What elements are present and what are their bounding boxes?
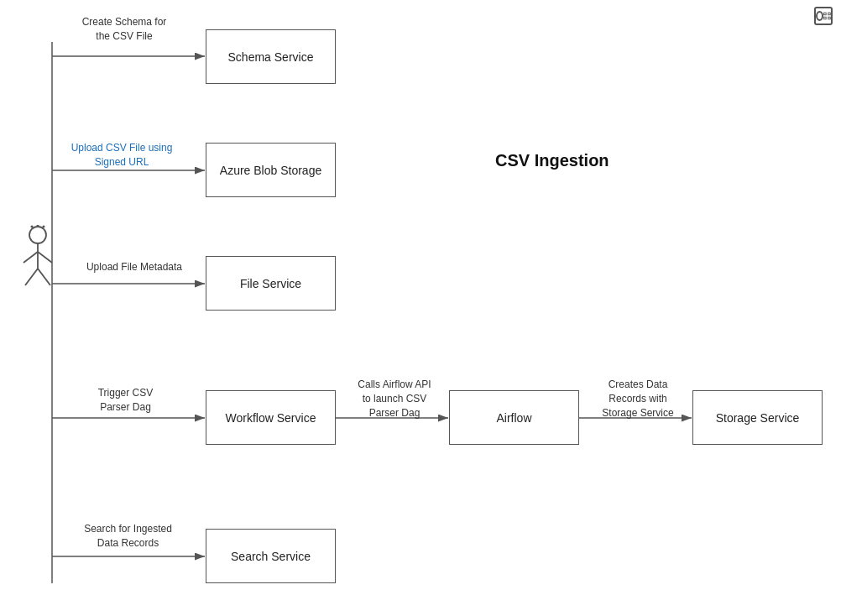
svg-rect-3 <box>828 17 831 19</box>
label-calls-airflow-text: Calls Airflow APIto launch CSVParser Dag <box>358 378 431 419</box>
label-trigger-dag-text: Trigger CSVParser Dag <box>98 387 154 413</box>
svg-point-19 <box>31 226 34 228</box>
label-upload-csv-text: Upload CSV File usingSigned URL <box>71 142 173 168</box>
svg-point-21 <box>43 226 45 228</box>
airflow-label: Airflow <box>496 411 531 425</box>
label-upload-metadata: Upload File Metadata <box>67 260 201 274</box>
search-service-box: Search Service <box>206 529 336 583</box>
diagram-container: CSV Ingestion <box>0 0 841 616</box>
label-calls-airflow: Calls Airflow APIto launch CSVParser Dag <box>344 378 445 420</box>
file-service-label: File Service <box>240 277 301 290</box>
svg-rect-2 <box>824 17 827 19</box>
svg-rect-0 <box>824 13 827 15</box>
label-create-schema: Create Schema forthe CSV File <box>57 15 191 44</box>
svg-line-18 <box>38 269 50 285</box>
file-service-box: File Service <box>206 256 336 311</box>
svg-line-16 <box>38 252 52 263</box>
label-create-schema-text: Create Schema forthe CSV File <box>82 16 167 42</box>
focus-icon[interactable] <box>814 7 833 25</box>
label-upload-metadata-text: Upload File Metadata <box>86 261 182 273</box>
label-creates-records: Creates DataRecords withStorage Service <box>588 378 688 420</box>
svg-rect-1 <box>828 13 831 15</box>
storage-service-label: Storage Service <box>716 411 800 425</box>
svg-line-17 <box>25 269 38 285</box>
diagram-title: CSV Ingestion <box>495 151 609 170</box>
airflow-box: Airflow <box>449 390 579 445</box>
search-service-label: Search Service <box>231 550 311 563</box>
schema-service-box: Schema Service <box>206 29 336 84</box>
svg-line-15 <box>24 252 38 263</box>
svg-point-13 <box>29 227 46 243</box>
schema-service-label: Schema Service <box>228 50 314 64</box>
azure-blob-box: Azure Blob Storage <box>206 143 336 197</box>
storage-service-box: Storage Service <box>692 390 823 445</box>
workflow-service-label: Workflow Service <box>226 411 316 425</box>
label-creates-records-text: Creates DataRecords withStorage Service <box>602 378 673 419</box>
workflow-service-box: Workflow Service <box>206 390 336 445</box>
azure-blob-label: Azure Blob Storage <box>220 164 321 177</box>
label-search-ingested: Search for IngestedData Records <box>59 522 197 551</box>
label-search-ingested-text: Search for IngestedData Records <box>84 523 172 549</box>
stick-figure <box>15 225 61 292</box>
label-upload-csv: Upload CSV File usingSigned URL <box>50 141 193 170</box>
label-trigger-dag: Trigger CSVParser Dag <box>60 386 191 415</box>
